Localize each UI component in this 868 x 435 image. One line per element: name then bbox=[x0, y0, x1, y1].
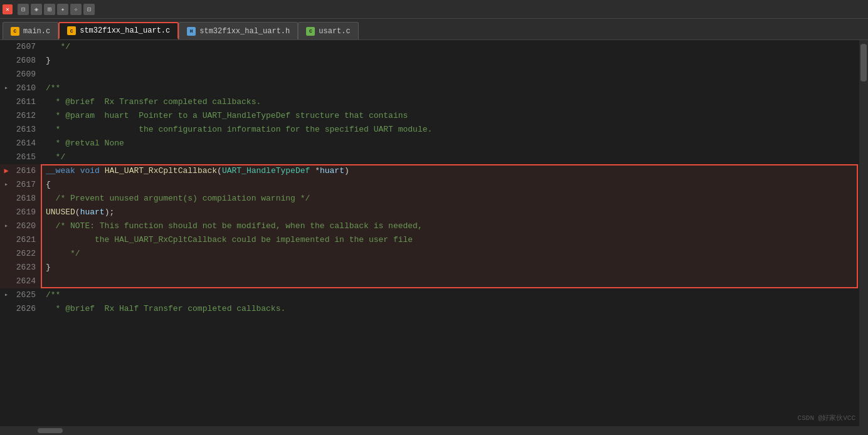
line-number: 2618 bbox=[13, 192, 41, 206]
line-number: 2623 bbox=[13, 261, 41, 275]
line-code bbox=[41, 68, 868, 81]
line-row: 2615 */ bbox=[0, 150, 868, 164]
line-gutter bbox=[0, 109, 13, 123]
tab-icon-stm32-h: H bbox=[187, 27, 196, 36]
line-row: 2624 bbox=[0, 275, 868, 288]
lines-wrapper[interactable]: 2607 */ 2608 } 2609 ▸ 2610 /** 2611 * @b… bbox=[0, 40, 868, 435]
close-button[interactable]: ✕ bbox=[3, 4, 13, 14]
editor-body: 2607 */ 2608 } 2609 ▸ 2610 /** 2611 * @b… bbox=[0, 40, 868, 435]
line-number: 2617 bbox=[13, 178, 41, 192]
line-gutter bbox=[0, 54, 13, 68]
line-gutter bbox=[0, 95, 13, 109]
line-code: * @brief Rx Half Transfer completed call… bbox=[41, 302, 868, 316]
line-number: 2625 bbox=[13, 288, 41, 302]
tab-label-usart-c: usart.c bbox=[319, 27, 350, 36]
line-gutter bbox=[0, 261, 13, 275]
line-row: ▸ 2625 /** bbox=[0, 288, 868, 302]
line-code: /* Prevent unused argument(s) compilatio… bbox=[41, 192, 868, 206]
tab-icon-stm32-c: C bbox=[67, 26, 76, 35]
line-code: /** bbox=[41, 288, 868, 302]
line-code: UNUSED(huart); bbox=[41, 206, 868, 219]
line-row: 2609 bbox=[0, 68, 868, 81]
line-number: 2624 bbox=[13, 275, 41, 288]
line-row: 2626 * @brief Rx Half Transfer completed… bbox=[0, 302, 868, 316]
line-gutter bbox=[0, 123, 13, 137]
line-gutter bbox=[0, 68, 13, 81]
line-row: 2607 */ bbox=[0, 40, 868, 54]
line-number: 2612 bbox=[13, 109, 41, 123]
line-code: */ bbox=[41, 150, 868, 164]
line-row: ▶ 2616 __weak void HAL_UART_RxCpltCallba… bbox=[0, 164, 868, 178]
line-number: 2609 bbox=[13, 68, 41, 81]
toolbar-icon-4[interactable]: ✦ bbox=[57, 4, 68, 15]
line-row: 2623 } bbox=[0, 261, 868, 275]
line-gutter bbox=[0, 150, 13, 164]
line-code: * @retval None bbox=[41, 137, 868, 150]
vertical-scrollbar[interactable] bbox=[859, 40, 868, 426]
tab-main-c[interactable]: C main.c bbox=[3, 22, 58, 39]
line-code: * @param huart Pointer to a UART_HandleT… bbox=[41, 109, 868, 123]
line-number: 2622 bbox=[13, 247, 41, 261]
toolbar-icon-3[interactable]: ⊞ bbox=[44, 4, 55, 15]
line-row: 2618 /* Prevent unused argument(s) compi… bbox=[0, 192, 868, 206]
line-row: ▸ 2610 /** bbox=[0, 81, 868, 95]
tab-label-main-c: main.c bbox=[23, 27, 50, 36]
line-code: { bbox=[41, 178, 868, 192]
horizontal-scrollbar[interactable] bbox=[0, 426, 868, 435]
line-number: 2619 bbox=[13, 206, 41, 219]
line-code: * the configuration information for the … bbox=[41, 123, 868, 137]
line-gutter bbox=[0, 137, 13, 150]
line-number: 2620 bbox=[13, 219, 41, 233]
line-number: 2616 bbox=[13, 164, 41, 178]
line-code: /** bbox=[41, 81, 868, 95]
line-code bbox=[41, 275, 868, 288]
line-gutter: ▸ bbox=[0, 81, 13, 95]
tab-stm32f1xx-hal-uart-h[interactable]: H stm32f1xx_hal_uart.h bbox=[179, 22, 298, 39]
line-row: 2614 * @retval None bbox=[0, 137, 868, 150]
line-gutter: ▸ bbox=[0, 219, 13, 233]
line-number: 2621 bbox=[13, 233, 41, 247]
line-row: 2608 } bbox=[0, 54, 868, 68]
line-code: __weak void HAL_UART_RxCpltCallback(UART… bbox=[41, 164, 868, 178]
line-row: 2612 * @param huart Pointer to a UART_Ha… bbox=[0, 109, 868, 123]
line-number: 2614 bbox=[13, 137, 41, 150]
line-number: 2610 bbox=[13, 81, 41, 95]
line-code: * @brief Rx Transfer completed callbacks… bbox=[41, 95, 868, 109]
line-gutter bbox=[0, 206, 13, 219]
line-gutter bbox=[0, 192, 13, 206]
line-number: 2615 bbox=[13, 150, 41, 164]
tabs-bar: C main.c C stm32f1xx_hal_uart.c H stm32f… bbox=[0, 19, 868, 40]
tab-label-stm32-h: stm32f1xx_hal_uart.h bbox=[199, 27, 290, 36]
toolbar-icon-2[interactable]: ◈ bbox=[31, 4, 42, 15]
tab-usart-c[interactable]: C usart.c bbox=[298, 22, 358, 39]
line-gutter: ▸ bbox=[0, 288, 13, 302]
editor-container: 2607 */ 2608 } 2609 ▸ 2610 /** 2611 * @b… bbox=[0, 40, 868, 435]
tab-stm32f1xx-hal-uart-c[interactable]: C stm32f1xx_hal_uart.c bbox=[58, 22, 179, 39]
line-number: 2611 bbox=[13, 95, 41, 109]
line-code: the HAL_UART_RxCpltCallback could be imp… bbox=[41, 233, 868, 247]
v-scroll-thumb[interactable] bbox=[860, 44, 867, 81]
line-code: /* NOTE: This function should not be mod… bbox=[41, 219, 868, 233]
tab-label-stm32-c: stm32f1xx_hal_uart.c bbox=[80, 26, 170, 35]
line-gutter: ▸ bbox=[0, 178, 13, 192]
tab-icon-usart-c: C bbox=[306, 27, 315, 36]
line-row: 2619 UNUSED(huart); bbox=[0, 206, 868, 219]
h-scroll-thumb[interactable] bbox=[38, 428, 63, 433]
line-code: } bbox=[41, 261, 868, 275]
line-row: 2621 the HAL_UART_RxCpltCallback could b… bbox=[0, 233, 868, 247]
toolbar-icon-5[interactable]: ✧ bbox=[70, 4, 82, 15]
toolbar-icon-6[interactable]: ⊡ bbox=[83, 4, 95, 15]
line-row: ▸ 2620 /* NOTE: This function should not… bbox=[0, 219, 868, 233]
line-row: 2613 * the configuration information for… bbox=[0, 123, 868, 137]
line-number: 2607 bbox=[13, 40, 41, 54]
line-row: 2611 * @brief Rx Transfer completed call… bbox=[0, 95, 868, 109]
toolbar-icon-1[interactable]: ⊟ bbox=[18, 4, 29, 15]
line-gutter bbox=[0, 275, 13, 288]
line-gutter bbox=[0, 40, 13, 54]
line-gutter bbox=[0, 247, 13, 261]
line-code: */ bbox=[41, 40, 868, 54]
line-code: */ bbox=[41, 247, 868, 261]
line-row: 2622 */ bbox=[0, 247, 868, 261]
line-code: } bbox=[41, 54, 868, 68]
watermark: CSDN @好家伙VCC bbox=[798, 413, 855, 422]
